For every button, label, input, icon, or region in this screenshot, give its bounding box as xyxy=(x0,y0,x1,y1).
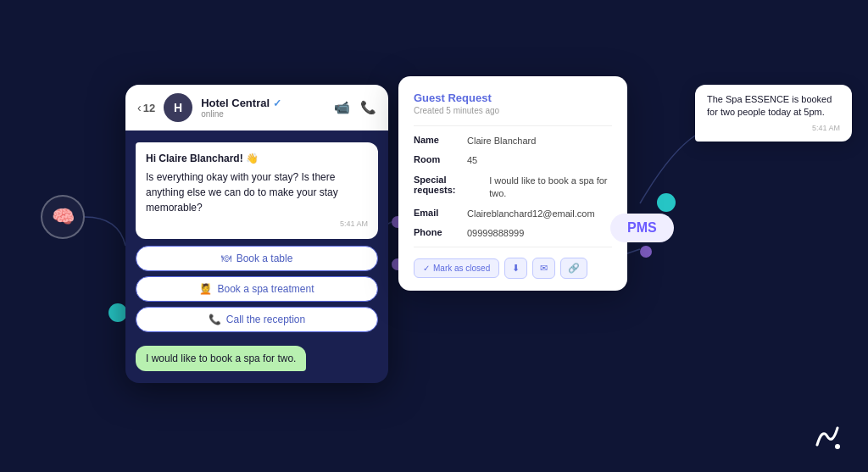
verified-icon: ✓ xyxy=(273,97,281,109)
hotel-name: Hotel Central ✓ xyxy=(201,97,326,109)
label-special: Special requests: xyxy=(414,175,482,201)
logo xyxy=(810,425,844,455)
table-icon: 🍽 xyxy=(221,253,231,264)
guest-request-panel: Guest Request Created 5 minutes ago Name… xyxy=(398,76,627,291)
header-icons: 📹 📞 xyxy=(334,100,376,115)
quick-replies: 🍽 Book a table 💆 Book a spa treatment 📞 … xyxy=(136,246,378,332)
call-icon: 📞 xyxy=(209,314,221,325)
panel-divider-2 xyxy=(414,247,612,247)
label-room: Room xyxy=(414,154,460,167)
value-special: I would like to book a spa for two. xyxy=(489,175,612,201)
label-email: Email xyxy=(414,208,460,220)
info-row-name: Name Claire Blanchard xyxy=(414,135,612,147)
back-count: 12 xyxy=(143,102,155,114)
download-icon: ⬇ xyxy=(512,263,520,274)
book-table-label: Book a table xyxy=(236,253,293,264)
mark-closed-button[interactable]: ✓ Mark as closed xyxy=(414,258,499,278)
chat-body: Hi Claire Blanchard! 👋 Is everything oka… xyxy=(125,130,388,383)
user-message-text: I would like to book a spa for two. xyxy=(136,346,306,371)
value-name: Claire Blanchard xyxy=(467,135,536,147)
panel-subtitle: Created 5 minutes ago xyxy=(414,106,612,115)
agent-message-bubble: Hi Claire Blanchard! 👋 Is everything oka… xyxy=(136,142,378,239)
value-room: 45 xyxy=(467,154,477,167)
email-icon: ✉ xyxy=(540,263,548,274)
brain-icon: 🧠 xyxy=(41,195,85,239)
quick-reply-book-table[interactable]: 🍽 Book a table xyxy=(136,246,378,271)
check-icon: ✓ xyxy=(423,264,430,273)
link-button[interactable]: 🔗 xyxy=(560,258,587,279)
value-email: Claireblanchard12@email.com xyxy=(467,208,595,220)
hotel-avatar: H xyxy=(164,93,192,122)
svg-point-0 xyxy=(835,444,840,449)
panel-title: Guest Request xyxy=(414,92,612,104)
info-row-special: Special requests: I would like to book a… xyxy=(414,175,612,201)
agent-greeting: Hi Claire Blanchard! 👋 xyxy=(146,151,368,166)
info-row-email: Email Claireblanchard12@email.com xyxy=(414,208,612,220)
spa-booking-text: The Spa ESSENCE is booked for two people… xyxy=(707,93,840,119)
hotel-info: Hotel Central ✓ online xyxy=(201,97,326,119)
phone-icon[interactable]: 📞 xyxy=(360,100,376,115)
panel-actions: ✓ Mark as closed ⬇ ✉ 🔗 xyxy=(414,258,612,279)
back-button[interactable]: ‹ 12 xyxy=(137,101,155,114)
book-spa-label: Book a spa treatment xyxy=(217,283,314,295)
agent-message-time: 5:41 AM xyxy=(146,219,368,230)
panel-divider xyxy=(414,125,612,126)
download-button[interactable]: ⬇ xyxy=(504,258,527,279)
purple-dot-right xyxy=(640,246,652,258)
quick-reply-call-reception[interactable]: 📞 Call the reception xyxy=(136,307,378,332)
video-icon[interactable]: 📹 xyxy=(334,100,350,115)
value-phone: 09999888999 xyxy=(467,227,524,240)
label-name: Name xyxy=(414,135,460,147)
spa-booking-time: 5:41 AM xyxy=(707,123,840,134)
info-row-room: Room 45 xyxy=(414,154,612,167)
chat-header: ‹ 12 H Hotel Central ✓ online 📹 📞 xyxy=(125,85,388,130)
chat-widget: ‹ 12 H Hotel Central ✓ online 📹 📞 Hi Cla… xyxy=(125,85,388,383)
email-button[interactable]: ✉ xyxy=(532,258,555,279)
quick-reply-book-spa[interactable]: 💆 Book a spa treatment xyxy=(136,276,378,302)
label-phone: Phone xyxy=(414,227,460,240)
link-icon: 🔗 xyxy=(568,263,580,274)
pms-label: PMS xyxy=(610,214,674,242)
spa-booking-bubble: The Spa ESSENCE is booked for two people… xyxy=(695,85,852,142)
teal-dot-right xyxy=(657,193,676,212)
hotel-status: online xyxy=(201,109,326,119)
agent-message-text: Is everything okay with your stay? Is th… xyxy=(146,169,368,215)
teal-dot-left xyxy=(108,303,127,322)
mark-closed-label: Mark as closed xyxy=(433,264,490,273)
back-chevron-icon: ‹ xyxy=(137,101,142,114)
call-reception-label: Call the reception xyxy=(226,314,305,325)
spa-icon: 💆 xyxy=(199,283,212,295)
info-row-phone: Phone 09999888999 xyxy=(414,227,612,240)
user-message-bubble: I would like to book a spa for two. xyxy=(136,339,378,371)
